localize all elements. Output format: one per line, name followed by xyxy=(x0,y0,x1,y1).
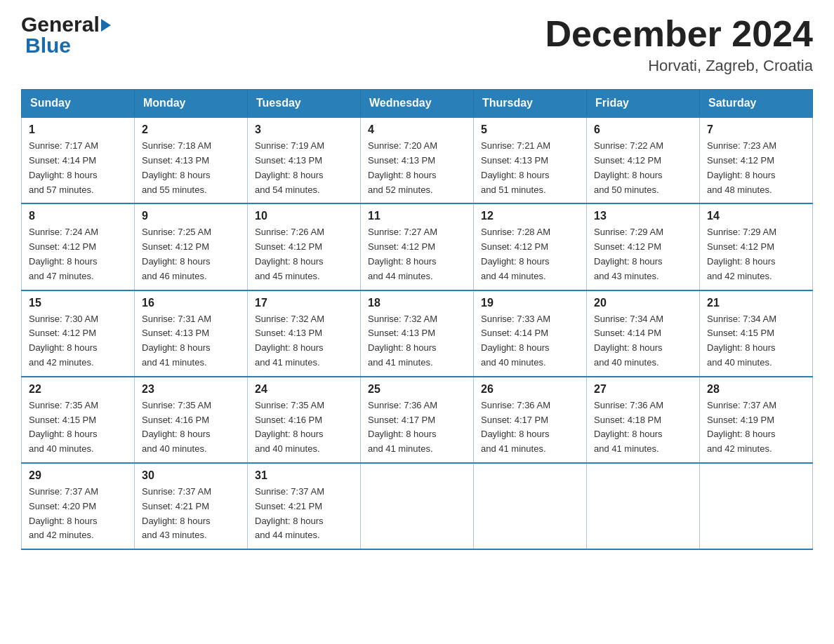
day-info: Sunrise: 7:33 AMSunset: 4:14 PMDaylight:… xyxy=(481,312,579,370)
day-info-line: Sunset: 4:19 PM xyxy=(707,413,805,428)
day-info-line: and 54 minutes. xyxy=(255,183,353,198)
day-info: Sunrise: 7:29 AMSunset: 4:12 PMDaylight:… xyxy=(707,225,805,283)
day-cell-19: 19Sunrise: 7:33 AMSunset: 4:14 PMDayligh… xyxy=(474,290,587,377)
calendar-table: SundayMondayTuesdayWednesdayThursdayFrid… xyxy=(21,89,813,550)
day-number: 5 xyxy=(481,123,579,136)
empty-cell xyxy=(474,463,587,549)
day-info-line: Sunset: 4:12 PM xyxy=(29,240,127,255)
col-header-sunday: Sunday xyxy=(22,90,135,118)
day-number: 9 xyxy=(142,210,240,222)
day-cell-2: 2Sunrise: 7:18 AMSunset: 4:13 PMDaylight… xyxy=(135,117,248,203)
day-info-line: Daylight: 8 hours xyxy=(481,255,579,269)
day-info: Sunrise: 7:32 AMSunset: 4:13 PMDaylight:… xyxy=(255,312,353,370)
day-info-line: Sunset: 4:13 PM xyxy=(255,326,353,341)
day-info-line: Sunrise: 7:35 AM xyxy=(255,398,353,413)
day-info-line: and 40 minutes. xyxy=(142,442,240,457)
day-info-line: Sunset: 4:12 PM xyxy=(481,240,579,255)
day-info-line: Sunrise: 7:29 AM xyxy=(594,225,692,240)
day-info-line: and 44 minutes. xyxy=(481,269,579,284)
day-number: 8 xyxy=(29,210,127,222)
day-info: Sunrise: 7:25 AMSunset: 4:12 PMDaylight:… xyxy=(142,225,240,283)
day-info-line: Daylight: 8 hours xyxy=(29,341,127,356)
day-info: Sunrise: 7:36 AMSunset: 4:17 PMDaylight:… xyxy=(368,398,466,457)
day-info-line: Daylight: 8 hours xyxy=(368,427,466,442)
logo-triangle-icon xyxy=(101,19,111,32)
day-number: 18 xyxy=(368,297,466,309)
day-info-line: Daylight: 8 hours xyxy=(29,168,127,183)
day-info-line: Daylight: 8 hours xyxy=(481,168,579,183)
day-info-line: Sunrise: 7:21 AM xyxy=(481,139,579,154)
day-info-line: and 41 minutes. xyxy=(142,356,240,370)
day-cell-11: 11Sunrise: 7:27 AMSunset: 4:12 PMDayligh… xyxy=(361,203,474,290)
day-info-line: and 45 minutes. xyxy=(255,269,353,284)
day-number: 16 xyxy=(142,297,240,309)
col-header-wednesday: Wednesday xyxy=(361,90,474,118)
day-cell-22: 22Sunrise: 7:35 AMSunset: 4:15 PMDayligh… xyxy=(22,377,135,463)
day-number: 2 xyxy=(142,123,240,136)
day-info-line: Sunrise: 7:35 AM xyxy=(142,398,240,413)
day-info-line: Sunrise: 7:36 AM xyxy=(481,398,579,413)
day-number: 28 xyxy=(707,383,805,396)
day-number: 12 xyxy=(481,210,579,222)
day-cell-30: 30Sunrise: 7:37 AMSunset: 4:21 PMDayligh… xyxy=(135,463,248,549)
day-info: Sunrise: 7:35 AMSunset: 4:16 PMDaylight:… xyxy=(142,398,240,457)
col-header-tuesday: Tuesday xyxy=(248,90,361,118)
day-info-line: Sunset: 4:12 PM xyxy=(594,240,692,255)
day-info: Sunrise: 7:18 AMSunset: 4:13 PMDaylight:… xyxy=(142,139,240,197)
day-info-line: and 48 minutes. xyxy=(707,183,805,198)
day-info-line: Sunrise: 7:19 AM xyxy=(255,139,353,154)
day-number: 1 xyxy=(29,123,127,136)
day-cell-15: 15Sunrise: 7:30 AMSunset: 4:12 PMDayligh… xyxy=(22,290,135,377)
day-info: Sunrise: 7:23 AMSunset: 4:12 PMDaylight:… xyxy=(707,139,805,197)
day-info: Sunrise: 7:17 AMSunset: 4:14 PMDaylight:… xyxy=(29,139,127,197)
day-info-line: Sunset: 4:12 PM xyxy=(255,240,353,255)
day-cell-27: 27Sunrise: 7:36 AMSunset: 4:18 PMDayligh… xyxy=(587,377,700,463)
day-info-line: Sunrise: 7:35 AM xyxy=(29,398,127,413)
day-info-line: Sunset: 4:14 PM xyxy=(594,326,692,341)
day-info-line: Daylight: 8 hours xyxy=(481,427,579,442)
day-info: Sunrise: 7:26 AMSunset: 4:12 PMDaylight:… xyxy=(255,225,353,283)
day-cell-16: 16Sunrise: 7:31 AMSunset: 4:13 PMDayligh… xyxy=(135,290,248,377)
day-info-line: Daylight: 8 hours xyxy=(29,514,127,529)
day-cell-20: 20Sunrise: 7:34 AMSunset: 4:14 PMDayligh… xyxy=(587,290,700,377)
day-info-line: Sunrise: 7:32 AM xyxy=(368,312,466,327)
day-cell-10: 10Sunrise: 7:26 AMSunset: 4:12 PMDayligh… xyxy=(248,203,361,290)
day-info-line: Sunrise: 7:37 AM xyxy=(255,485,353,499)
day-number: 24 xyxy=(255,383,353,396)
day-cell-7: 7Sunrise: 7:23 AMSunset: 4:12 PMDaylight… xyxy=(700,117,813,203)
day-info-line: Daylight: 8 hours xyxy=(142,427,240,442)
logo-blue: Blue xyxy=(25,35,111,56)
day-info-line: Sunset: 4:13 PM xyxy=(481,154,579,168)
day-info-line: Daylight: 8 hours xyxy=(594,255,692,269)
day-info-line: Daylight: 8 hours xyxy=(255,255,353,269)
day-info: Sunrise: 7:35 AMSunset: 4:16 PMDaylight:… xyxy=(255,398,353,457)
day-info: Sunrise: 7:21 AMSunset: 4:13 PMDaylight:… xyxy=(481,139,579,197)
week-row-1: 1Sunrise: 7:17 AMSunset: 4:14 PMDaylight… xyxy=(22,117,813,203)
day-info-line: Daylight: 8 hours xyxy=(29,427,127,442)
day-info-line: Daylight: 8 hours xyxy=(707,168,805,183)
day-cell-5: 5Sunrise: 7:21 AMSunset: 4:13 PMDaylight… xyxy=(474,117,587,203)
day-info-line: and 57 minutes. xyxy=(29,183,127,198)
day-cell-8: 8Sunrise: 7:24 AMSunset: 4:12 PMDaylight… xyxy=(22,203,135,290)
empty-cell xyxy=(587,463,700,549)
day-info: Sunrise: 7:35 AMSunset: 4:15 PMDaylight:… xyxy=(29,398,127,457)
day-info-line: Daylight: 8 hours xyxy=(594,168,692,183)
day-info-line: Sunset: 4:12 PM xyxy=(594,154,692,168)
day-info-line: Sunset: 4:14 PM xyxy=(481,326,579,341)
day-info: Sunrise: 7:29 AMSunset: 4:12 PMDaylight:… xyxy=(594,225,692,283)
day-info-line: Sunset: 4:12 PM xyxy=(707,154,805,168)
day-info-line: Sunrise: 7:26 AM xyxy=(255,225,353,240)
col-header-saturday: Saturday xyxy=(700,90,813,118)
day-info-line: Daylight: 8 hours xyxy=(142,255,240,269)
day-info-line: Sunset: 4:17 PM xyxy=(481,413,579,428)
day-info-line: Sunset: 4:12 PM xyxy=(707,240,805,255)
day-info-line: Daylight: 8 hours xyxy=(255,514,353,529)
day-info-line: Sunset: 4:12 PM xyxy=(142,240,240,255)
day-info: Sunrise: 7:37 AMSunset: 4:21 PMDaylight:… xyxy=(142,485,240,543)
day-cell-1: 1Sunrise: 7:17 AMSunset: 4:14 PMDaylight… xyxy=(22,117,135,203)
day-info-line: and 41 minutes. xyxy=(481,442,579,457)
day-info-line: Sunrise: 7:17 AM xyxy=(29,139,127,154)
week-row-3: 15Sunrise: 7:30 AMSunset: 4:12 PMDayligh… xyxy=(22,290,813,377)
logo: General Blue xyxy=(21,14,111,56)
day-info-line: Daylight: 8 hours xyxy=(29,255,127,269)
